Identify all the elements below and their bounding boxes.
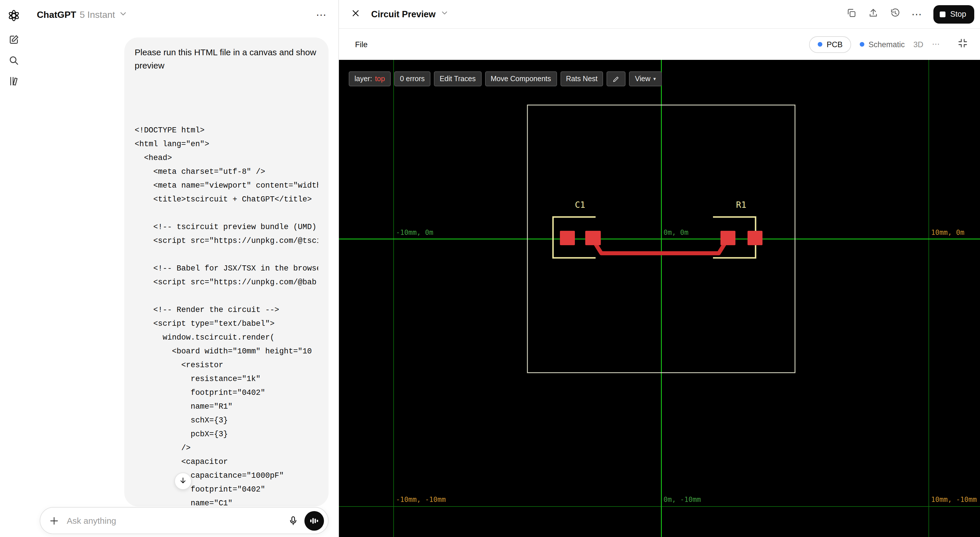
layer-selector[interactable]: layer: top: [349, 72, 391, 86]
r1-pad-2: [748, 231, 762, 245]
view-options-button[interactable]: ⋯: [932, 41, 940, 48]
chevron-down-icon[interactable]: [119, 9, 128, 21]
compress-icon: [957, 37, 969, 51]
code-line: schX={3}: [135, 414, 318, 428]
grid-label: 10mm, -10mm: [931, 496, 977, 504]
close-icon: [350, 8, 361, 21]
code-line: />: [135, 441, 318, 455]
component-label-r1: R1: [733, 200, 750, 210]
code-line: window.tscircuit.render(: [135, 331, 318, 345]
code-line: <resistor: [135, 359, 318, 372]
microphone-icon[interactable]: [288, 515, 299, 526]
history-icon: [889, 8, 900, 21]
stop-button[interactable]: Stop: [933, 5, 974, 23]
message-composer: [40, 507, 329, 534]
chat-options-button[interactable]: ⋯: [316, 10, 327, 20]
search-button[interactable]: [5, 53, 22, 70]
history-button[interactable]: [886, 5, 904, 23]
pcb-canvas[interactable]: C1 R1 -10mm, 0m 0m, 0m 10mm, 0m -10mm, -…: [339, 60, 980, 537]
canvas-title[interactable]: Circuit Preview: [371, 9, 436, 19]
grid-label: 10mm, 0m: [931, 228, 964, 237]
code-line: [135, 290, 318, 303]
canvas-panel: Circuit Preview ⋯: [338, 0, 980, 537]
code-line: <!-- tscircuit preview bundle (UMD) -->: [135, 220, 318, 234]
pencil-icon: [612, 75, 620, 83]
scroll-to-bottom-button[interactable]: [174, 473, 192, 490]
code-line: footprint="0402": [135, 386, 318, 400]
pcb-scene: [339, 60, 980, 537]
tab-3d[interactable]: 3D: [913, 40, 923, 49]
code-line: <capacitor: [135, 455, 318, 469]
code-block: <!DOCTYPE html><html lang="en"> <head> <…: [135, 82, 318, 507]
plus-icon[interactable]: [48, 515, 60, 526]
share-button[interactable]: [864, 5, 881, 23]
code-line: footprint="0402": [135, 483, 318, 497]
errors-button[interactable]: 0 errors: [394, 72, 430, 86]
fullscreen-toggle-button[interactable]: [957, 37, 969, 51]
component-label-c1: C1: [571, 200, 589, 210]
status-dot-schematic: [860, 42, 864, 46]
chat-input[interactable]: [65, 515, 282, 526]
copy-icon: [846, 8, 857, 21]
user-message: Please run this HTML file in a canvas an…: [124, 37, 329, 507]
code-line: <script src="https://unpkg.com/@tsci: [135, 234, 318, 248]
grid-label: -10mm, 0m: [396, 228, 433, 237]
code-line: capacitance="1000pF": [135, 469, 318, 483]
grid-label: -10mm, -10mm: [396, 496, 446, 504]
code-line: <board width="10mm" height="10: [135, 345, 318, 359]
code-line: name="C1": [135, 497, 318, 507]
code-line: name="R1": [135, 400, 318, 414]
code-line: [135, 207, 318, 220]
edit-tool-button[interactable]: [607, 72, 626, 86]
tab-schematic[interactable]: Schematic: [860, 40, 905, 49]
c1-pad-2: [585, 231, 601, 245]
close-canvas-button[interactable]: [347, 5, 364, 23]
code-line: <head>: [135, 151, 318, 165]
code-line: pcbX={3}: [135, 428, 318, 441]
rats-nest-button[interactable]: Rats Nest: [560, 72, 603, 86]
code-line: <script type="text/babel">: [135, 317, 318, 331]
code-line: <title>tscircuit + ChatGPT</title>: [135, 193, 318, 207]
chat-header: ChatGPT 5 Instant ⋯: [28, 0, 338, 30]
edit-traces-button[interactable]: Edit Traces: [434, 72, 481, 86]
status-dot-pcb: [818, 42, 822, 46]
canvas-titlebar: Circuit Preview ⋯: [339, 0, 980, 29]
upload-icon: [867, 8, 878, 21]
new-chat-button[interactable]: [5, 32, 22, 49]
view-switcher: PCB Schematic 3D ⋯: [810, 36, 969, 53]
ellipsis-icon: ⋯: [911, 9, 922, 19]
arrow-down-icon: [178, 476, 188, 487]
code-line: <!-- Render the circuit -->: [135, 303, 318, 317]
c1-pad-1: [560, 231, 575, 245]
code-line: <meta charset="utf-8" />: [135, 165, 318, 179]
view-menu-button[interactable]: View ▾: [629, 72, 662, 86]
code-line: <!-- Babel for JSX/TSX in the browser --…: [135, 262, 318, 276]
app-title: ChatGPT: [37, 10, 76, 20]
tab-pcb[interactable]: PCB: [810, 36, 851, 53]
model-label[interactable]: 5 Instant: [80, 10, 115, 20]
canvas-subheader: File PCB Schematic 3D ⋯: [339, 29, 980, 60]
caret-down-icon: ▾: [654, 76, 656, 82]
compose-icon: [8, 34, 19, 48]
code-line: <html lang="en">: [135, 137, 318, 151]
file-menu[interactable]: File: [355, 40, 368, 49]
app-window: ChatGPT 5 Instant ⋯ Please run this HTML…: [0, 0, 980, 537]
grid-label: 0m, -10mm: [663, 496, 701, 504]
waveform-icon: [310, 516, 319, 525]
voice-mode-button[interactable]: [304, 511, 324, 531]
move-components-button[interactable]: Move Components: [485, 72, 557, 86]
chat-column: ChatGPT 5 Instant ⋯ Please run this HTML…: [28, 0, 338, 537]
code-line: <script src="https://unpkg.com/@bab: [135, 276, 318, 290]
code-line: <!DOCTYPE html>: [135, 124, 318, 137]
library-button[interactable]: [5, 74, 22, 91]
code-line: <meta name="viewport" content="width: [135, 179, 318, 193]
copper-trace: [593, 239, 727, 253]
sidebar-rail: [0, 0, 28, 537]
code-line: resistance="1k": [135, 372, 318, 386]
search-icon: [8, 55, 19, 69]
openai-logo[interactable]: [5, 7, 22, 24]
user-prompt-text: Please run this HTML file in a canvas an…: [135, 45, 318, 72]
chevron-down-icon[interactable]: [440, 9, 449, 19]
copy-button[interactable]: [842, 5, 860, 23]
canvas-options-button[interactable]: ⋯: [908, 5, 925, 23]
